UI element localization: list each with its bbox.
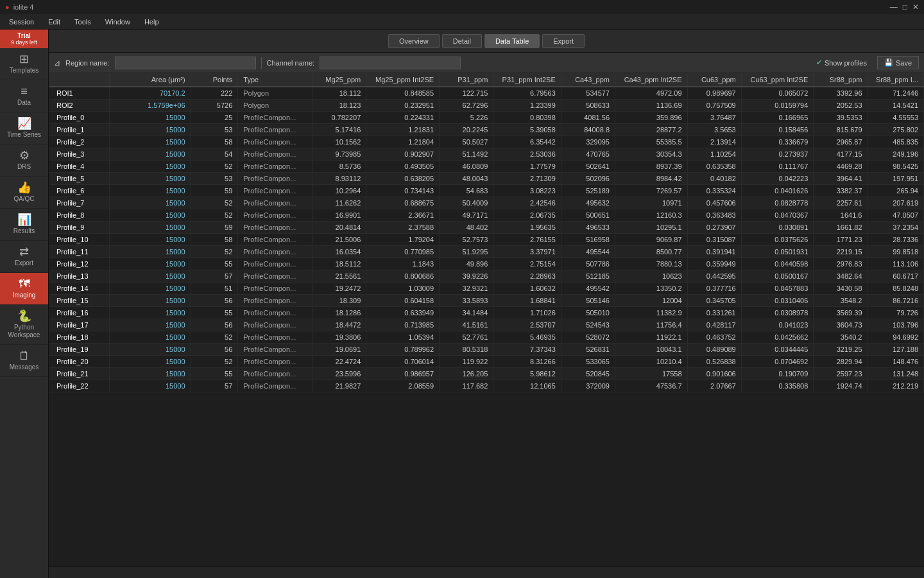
table-row[interactable]: Profile_141500051ProfileCompon...19.2472… — [49, 283, 924, 295]
col-header-mg25[interactable]: Mg25_ppm — [312, 73, 366, 87]
table-row[interactable]: Profile_211500055ProfileCompon...23.5996… — [49, 368, 924, 380]
table-row[interactable]: Profile_221500057ProfileCompon...21.9827… — [49, 380, 924, 392]
close-button[interactable]: ✕ — [912, 3, 919, 12]
table-row[interactable]: Profile_31500054ProfileCompon...9.739850… — [49, 148, 924, 161]
sidebar-item-results[interactable]: 📊 Results — [0, 209, 48, 241]
menu-window[interactable]: Window — [99, 17, 137, 27]
col-header-cu63-int2se[interactable]: Cu63_ppm Int2SE — [741, 73, 814, 87]
sidebar-item-drs[interactable]: ⚙ DRS — [0, 144, 48, 177]
col-header-type[interactable]: Type — [238, 73, 312, 87]
table-cell: 2257.61 — [814, 197, 868, 209]
table-cell: 516958 — [561, 234, 615, 246]
table-row[interactable]: Profile_111500052ProfileCompon...16.0354… — [49, 246, 924, 258]
tab-detail[interactable]: Detail — [442, 34, 482, 48]
table-row[interactable]: Profile_191500056ProfileCompon...19.0691… — [49, 344, 924, 356]
table-row[interactable]: ROI21.5759e+065726Polygon18.1230.2329516… — [49, 100, 924, 112]
table-row[interactable]: Profile_01500025ProfileCompon...0.782207… — [49, 112, 924, 124]
table-cell: 0.0828778 — [741, 197, 814, 209]
sidebar-item-python-workspace[interactable]: 🐍 PythonWorkspace — [0, 305, 48, 345]
table-cell: Profile_14 — [49, 283, 110, 295]
table-cell: 50.5027 — [440, 136, 493, 148]
table-cell: 815.679 — [814, 124, 868, 136]
col-header-mg25-int2se[interactable]: Mg25_ppm Int2SE — [366, 73, 440, 87]
sidebar-item-qaqc[interactable]: 👍 QA/QC — [0, 177, 48, 209]
table-row[interactable]: Profile_151500056ProfileCompon...18.3090… — [49, 295, 924, 307]
table-row[interactable]: Profile_81500052ProfileCompon...16.99012… — [49, 209, 924, 222]
table-row[interactable]: ROI170170.2222Polygon18.1120.848585122.7… — [49, 87, 924, 100]
table-row[interactable]: Profile_71500052ProfileCompon...11.62620… — [49, 197, 924, 209]
table-cell: 0.391941 — [687, 246, 741, 258]
table-cell: 21.9827 — [312, 380, 366, 392]
channel-name-input[interactable] — [320, 57, 461, 69]
table-row[interactable]: Profile_61500059ProfileCompon...10.29640… — [49, 185, 924, 197]
sidebar: Trial 9 days left ⊞ Templates ≡ Data 📈 T… — [0, 30, 49, 578]
sidebar-item-data[interactable]: ≡ Data — [0, 80, 48, 112]
menu-session[interactable]: Session — [3, 17, 40, 27]
top-toolbar: Overview Detail Data Table Export — [49, 30, 924, 53]
table-row[interactable]: Profile_41500052ProfileCompon...8.57360.… — [49, 161, 924, 173]
table-row[interactable]: Profile_201500052ProfileCompon...22.4724… — [49, 356, 924, 368]
table-cell: ROI1 — [49, 87, 110, 100]
table-cell: 10.2964 — [312, 185, 366, 197]
menu-tools[interactable]: Tools — [68, 17, 98, 27]
table-cell: 17558 — [615, 368, 688, 380]
table-cell: 8.31266 — [493, 356, 561, 368]
table-row[interactable]: Profile_161500055ProfileCompon...18.1286… — [49, 307, 924, 319]
table-cell: 0.111767 — [741, 161, 814, 173]
table-cell: 4469.28 — [814, 161, 868, 173]
table-row[interactable]: Profile_51500053ProfileCompon...8.931120… — [49, 173, 924, 185]
table-row[interactable]: Profile_131500057ProfileCompon...21.5561… — [49, 270, 924, 283]
sidebar-item-export[interactable]: ⇄ Export — [0, 241, 48, 273]
menu-help[interactable]: Help — [138, 17, 166, 27]
window-controls[interactable]: — □ ✕ — [890, 3, 919, 12]
imaging-icon: 🗺 — [19, 278, 30, 290]
col-header-sr88-int2se[interactable]: Sr88_ppm I... — [868, 73, 924, 87]
col-header-cu63[interactable]: Cu63_ppm — [687, 73, 741, 87]
col-header-area[interactable]: Area (μm²) — [110, 73, 191, 87]
tab-export[interactable]: Export — [542, 34, 585, 48]
sidebar-item-imaging[interactable]: 🗺 Imaging — [0, 273, 48, 305]
sidebar-item-messages[interactable]: 🗒 Messages — [0, 345, 48, 377]
col-header-sr88[interactable]: Sr88_ppm — [814, 73, 868, 87]
table-cell: 103.796 — [868, 319, 924, 331]
tab-data-table[interactable]: Data Table — [484, 34, 540, 48]
table-cell: 0.335808 — [741, 380, 814, 392]
sidebar-item-time-series[interactable]: 📈 Time Series — [0, 112, 48, 144]
show-profiles-label: Show profiles — [825, 59, 867, 67]
table-cell: 59 — [191, 185, 238, 197]
table-row[interactable]: Profile_171500056ProfileCompon...18.4472… — [49, 319, 924, 331]
table-row[interactable]: Profile_101500058ProfileCompon...21.5006… — [49, 234, 924, 246]
maximize-button[interactable]: □ — [903, 3, 907, 12]
col-header-ca43-int2se[interactable]: Ca43_ppm Int2SE — [615, 73, 688, 87]
save-button[interactable]: 💾 Save — [877, 56, 919, 69]
table-row[interactable]: Profile_21500058ProfileCompon...10.15621… — [49, 136, 924, 148]
col-header-points[interactable]: Points — [191, 73, 238, 87]
col-header-p31[interactable]: P31_ppm — [440, 73, 493, 87]
col-header-name[interactable] — [49, 73, 110, 87]
table-cell: 2.37588 — [366, 222, 440, 234]
table-cell: 1.5759e+06 — [110, 100, 191, 112]
table-row[interactable]: Profile_121500055ProfileCompon...18.5112… — [49, 258, 924, 270]
table-cell: 8984.42 — [615, 173, 688, 185]
table-cell: ProfileCompon... — [238, 185, 312, 197]
table-cell: 148.476 — [868, 356, 924, 368]
minimize-button[interactable]: — — [890, 3, 898, 12]
sidebar-label-results: Results — [13, 227, 35, 235]
table-row[interactable]: Profile_91500059ProfileCompon...20.48142… — [49, 222, 924, 234]
sidebar-label-imaging: Imaging — [13, 292, 36, 299]
table-row[interactable]: Profile_11500053ProfileCompon...5.174161… — [49, 124, 924, 136]
sidebar-item-templates[interactable]: ⊞ Templates — [0, 48, 48, 80]
show-profiles-toggle[interactable]: ✔ Show profiles — [816, 58, 867, 67]
data-table-wrapper[interactable]: Area (μm²) Points Type Mg25_ppm Mg25_ppm… — [49, 73, 924, 566]
col-header-ca43[interactable]: Ca43_ppm — [561, 73, 615, 87]
table-cell: 0.604158 — [366, 295, 440, 307]
table-cell: 2.42546 — [493, 197, 561, 209]
table-row[interactable]: Profile_181500052ProfileCompon...19.3806… — [49, 331, 924, 344]
table-cell: 2.71309 — [493, 173, 561, 185]
table-cell: 2.07667 — [687, 380, 741, 392]
tab-overview[interactable]: Overview — [388, 34, 440, 48]
menu-edit[interactable]: Edit — [42, 17, 67, 27]
col-header-p31-int2se[interactable]: P31_ppm Int2SE — [493, 73, 561, 87]
table-cell: 0.042223 — [741, 173, 814, 185]
region-name-input[interactable] — [115, 57, 256, 69]
